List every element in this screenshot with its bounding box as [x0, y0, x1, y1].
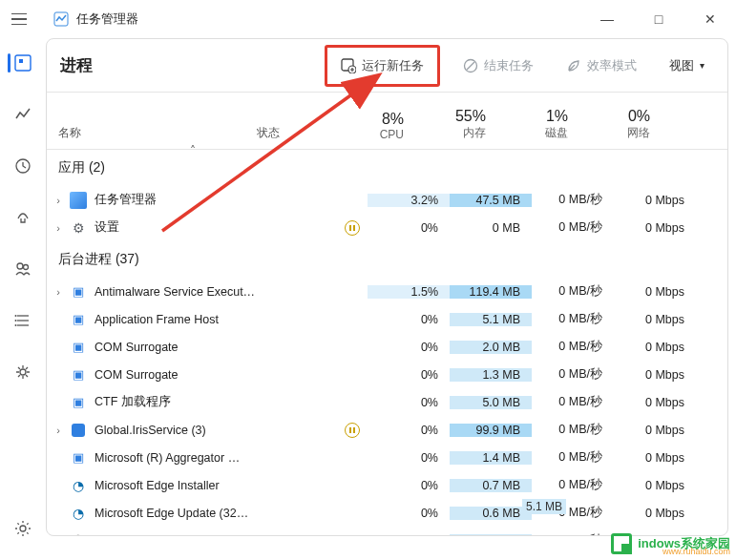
end-task-label: 结束任务: [484, 57, 534, 74]
net-value: 0 Mbps: [614, 194, 696, 207]
process-name: Application Frame Host: [95, 313, 291, 326]
cpu-value: 0%: [368, 313, 450, 326]
disk-value: 0 MB/秒: [532, 366, 614, 383]
overflow-metric: 5.1 MB: [522, 499, 566, 514]
expand-icon[interactable]: ›: [47, 195, 70, 206]
process-row[interactable]: ▣Microsoft (R) Aggregator …0%1.4 MB0 MB/…: [47, 444, 727, 471]
net-value: 0 Mbps: [614, 221, 696, 235]
process-name: Microsoft Edge Installer: [95, 479, 291, 492]
process-list: 应用 (2)›任务管理器3.2%47.5 MB0 MB/秒0 Mbps›⚙设置0…: [47, 150, 727, 535]
disk-value: 0 MB/秒: [532, 283, 614, 300]
process-row[interactable]: ▣COM Surrogate0%2.0 MB0 MB/秒0 Mbps: [47, 333, 727, 361]
window-title: 任务管理器: [76, 10, 138, 28]
process-row[interactable]: ›▣Antimalware Service Execut…1.5%119.4 M…: [47, 278, 727, 305]
view-dropdown[interactable]: 视图 ▾: [660, 52, 714, 80]
col-network[interactable]: 0%网络: [579, 93, 662, 149]
group-background: 后台进程 (37): [47, 241, 727, 278]
net-value: 0 Mbps: [614, 479, 696, 492]
mem-value: 1.3 MB: [450, 368, 532, 382]
mem-value: 47.5 MB: [450, 194, 532, 207]
nav-processes[interactable]: [8, 48, 38, 78]
hamburger-menu-icon[interactable]: [11, 8, 34, 31]
net-value: 0 Mbps: [614, 451, 696, 465]
net-value: 0 Mbps: [614, 424, 696, 437]
maximize-button[interactable]: □: [644, 11, 673, 27]
svg-point-5: [24, 265, 29, 270]
process-name: 任务管理器: [95, 192, 291, 208]
efficiency-label: 效率模式: [587, 57, 637, 74]
mem-value: 119.4 MB: [450, 285, 532, 299]
window-controls: — □ ✕: [593, 11, 725, 27]
process-row[interactable]: ›任务管理器3.2%47.5 MB0 MB/秒0 Mbps: [47, 186, 727, 214]
disk-value: 0 MB/秒: [532, 477, 614, 493]
disk-value: 0 MB/秒: [532, 219, 614, 236]
process-name: 设置: [95, 219, 291, 236]
mem-value: 0 MB: [450, 221, 532, 235]
expand-icon[interactable]: ›: [47, 222, 70, 234]
close-button[interactable]: ✕: [696, 11, 725, 27]
disk-value: 0 MB/秒: [532, 532, 614, 535]
nav-performance[interactable]: [8, 99, 38, 130]
svg-point-4: [17, 263, 23, 269]
expand-icon[interactable]: ›: [47, 286, 70, 298]
nav-settings[interactable]: [8, 513, 38, 544]
run-new-task-button[interactable]: 运行新任务: [331, 52, 433, 80]
col-cpu[interactable]: 8%CPU: [333, 93, 415, 149]
minimize-button[interactable]: —: [593, 11, 621, 27]
process-row[interactable]: ◔Microsoft Edge Update (32…0%0.6 MB0 MB/…: [47, 499, 727, 527]
net-value: 0 Mbps: [614, 396, 696, 409]
process-row[interactable]: ▣COM Surrogate0%1.3 MB0 MB/秒0 Mbps: [47, 361, 727, 388]
toolbar: 进程 运行新任务 结束任务 效率模式 视图 ▾: [47, 39, 727, 93]
nav-services[interactable]: [8, 357, 38, 387]
new-task-icon: [341, 58, 356, 73]
nav-startup[interactable]: [8, 202, 38, 233]
nav-history[interactable]: [8, 151, 38, 181]
col-memory[interactable]: 55%内存: [415, 93, 497, 149]
disk-value: 0 MB/秒: [532, 422, 614, 438]
col-name[interactable]: 名称: [47, 93, 257, 149]
process-row[interactable]: ▣Application Frame Host0%5.1 MB0 MB/秒0 M…: [47, 305, 727, 333]
cpu-value: 0%: [368, 507, 450, 520]
cpu-value: 0%: [368, 368, 450, 382]
process-row[interactable]: ▣CTF 加载程序0%5.0 MB0 MB/秒0 Mbps: [47, 388, 727, 416]
process-name: Global.IrisService (3): [95, 424, 291, 437]
nav-users[interactable]: [8, 254, 38, 284]
net-value: 0 Mbps: [614, 313, 696, 326]
paused-icon: [345, 423, 360, 438]
process-row[interactable]: ›Global.IrisService (3)0%99.9 MB0 MB/秒0 …: [47, 416, 727, 444]
svg-point-9: [15, 315, 17, 317]
leaf-icon: [566, 58, 581, 73]
process-row[interactable]: ›⚙设置0%0 MB0 MB/秒0 Mbps: [47, 214, 727, 241]
mem-value: 2.0 MB: [450, 341, 532, 354]
cpu-value: 3.2%: [368, 194, 450, 207]
cpu-value: 0%: [368, 451, 450, 465]
paused-icon: [345, 220, 360, 236]
efficiency-mode-button: 效率模式: [557, 52, 646, 80]
nav-details[interactable]: [8, 305, 38, 336]
view-label: 视图: [669, 57, 694, 74]
process-name: Antimalware Service Execut…: [95, 285, 291, 299]
mem-value: 5.0 MB: [450, 396, 532, 409]
mem-value: 99.9 MB: [450, 424, 532, 437]
column-headers: ˄ 名称 状态 8%CPU 55%内存 1%磁盘 0%网络: [47, 93, 727, 150]
disk-value: 0 MB/秒: [532, 192, 614, 208]
mem-value: 5.1 MB: [450, 313, 532, 326]
cpu-value: 0%: [368, 341, 450, 354]
col-disk[interactable]: 1%磁盘: [497, 93, 579, 149]
expand-icon[interactable]: ›: [47, 425, 70, 436]
process-row[interactable]: ◔Microsoft Edge Installer0%0.7 MB0 MB/秒0…: [47, 471, 727, 499]
svg-rect-2: [19, 59, 23, 63]
net-value: 0 Mbps: [614, 341, 696, 354]
disk-value: 0 MB/秒: [532, 394, 614, 410]
content-pane: 进程 运行新任务 结束任务 效率模式 视图 ▾ ˄: [46, 38, 728, 536]
net-value: 0 Mbps: [614, 507, 696, 520]
app-icon: [53, 11, 69, 27]
col-status[interactable]: 状态: [257, 93, 333, 149]
watermark-icon: [611, 533, 632, 554]
page-title: 进程: [60, 54, 93, 76]
watermark: indows系统家园 www.ruhaidu.com: [611, 533, 730, 554]
svg-line-19: [467, 62, 474, 70]
group-apps: 应用 (2): [47, 150, 727, 186]
net-value: 0 Mbps: [614, 285, 696, 299]
cpu-value: 0%: [368, 221, 450, 235]
